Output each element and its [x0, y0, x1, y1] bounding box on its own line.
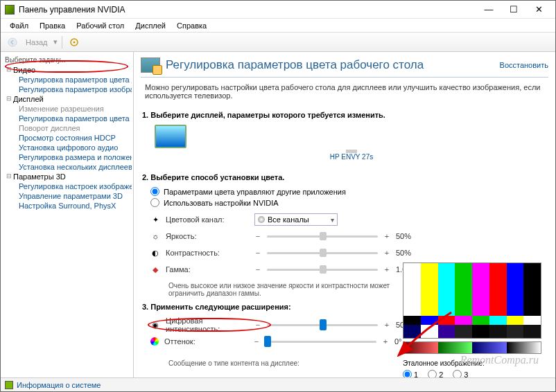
tree-item[interactable]: Управление параметрами 3D — [12, 191, 132, 201]
home-icon — [69, 37, 79, 47]
statusbar: Информация о системе — [1, 377, 555, 391]
minus-icon: − — [254, 265, 261, 274]
tree-item[interactable]: Регулировка параметров цвета для виде — [12, 75, 132, 84]
radio-other-apps[interactable]: Параметрами цвета управляют другие прило… — [150, 187, 548, 196]
plus-icon: + — [383, 265, 390, 274]
monitor-selector[interactable]: HP ENVY 27s — [155, 125, 548, 161]
reference-radios: 1 2 3 — [403, 370, 541, 377]
menubar: Файл Правка Рабочий стол Дисплей Справка — [1, 19, 555, 33]
menu-edit[interactable]: Правка — [35, 20, 70, 31]
restore-defaults-link[interactable]: Восстановить — [500, 61, 548, 69]
contrast-icon: ◐ — [150, 248, 160, 258]
titlebar: Панель управления NVIDIA — ☐ ✕ — [1, 1, 555, 19]
gamma-label: Гамма: — [166, 265, 249, 274]
ref-radio-2[interactable]: 2 — [428, 370, 443, 377]
channel-combo[interactable]: Все каналы — [254, 213, 338, 226]
tree-item[interactable]: Просмотр состояния HDCP — [12, 133, 132, 143]
gradient-strip — [403, 341, 541, 354]
hue-label: Оттенок: — [164, 337, 247, 346]
colorbars-preview — [403, 262, 541, 339]
tree-item[interactable]: Регулировка настроек изображения с пр — [12, 181, 132, 191]
plus-icon: + — [383, 321, 390, 329]
back-label: Назад — [26, 38, 48, 46]
contrast-slider[interactable] — [267, 252, 378, 254]
tree-group-video[interactable]: Видео — [12, 65, 132, 75]
minus-icon: − — [254, 249, 261, 257]
step1-title: 1. Выберите дисплей, параметры которого … — [142, 111, 548, 119]
minus-icon: − — [253, 337, 260, 346]
ref-radio-1[interactable]: 1 — [403, 370, 418, 377]
menu-desktop[interactable]: Рабочий стол — [71, 20, 129, 31]
minimize-button[interactable]: — — [476, 2, 501, 17]
nvidia-icon — [5, 5, 15, 15]
tree-item[interactable]: Регулировка размера и положения рабо — [12, 152, 132, 162]
dvc-label: Цифровая интенсивность: — [166, 317, 249, 333]
radio-nvidia-label: Использовать настройки NVIDIA — [164, 199, 279, 207]
radio-nvidia-input[interactable] — [150, 198, 159, 207]
plus-icon: + — [383, 249, 390, 257]
tree-item[interactable]: Поворот дисплея — [12, 123, 132, 133]
channel-value: Все каналы — [268, 215, 309, 224]
back-button[interactable] — [5, 35, 20, 50]
sidebar: Выберите задачу... Видео Регулировка пар… — [1, 52, 134, 377]
brightness-slider[interactable] — [267, 235, 378, 238]
tree-item[interactable]: Изменение разрешения — [12, 104, 132, 114]
hue-slider[interactable] — [266, 341, 376, 343]
menu-file[interactable]: Файл — [5, 20, 33, 31]
tree-item[interactable]: Регулировка параметров изображения д — [12, 84, 132, 94]
tree-item-selected[interactable]: Регулировка параметров цвета рабочего — [12, 114, 132, 123]
dvc-slider[interactable] — [267, 324, 378, 326]
task-header: Выберите задачу... — [2, 55, 132, 65]
channel-icon: ✦ — [150, 215, 160, 224]
main-panel: Регулировка параметров цвета рабочего ст… — [134, 52, 555, 377]
radio-other-label: Параметрами цвета управляют другие прило… — [164, 188, 346, 196]
maximize-button[interactable]: ☐ — [501, 2, 526, 17]
brightness-label: Яркость: — [166, 232, 249, 240]
gamma-icon: ◆ — [150, 265, 160, 274]
contrast-value: 50% — [396, 249, 419, 257]
step2-title: 2. Выберите способ установки цвета. — [142, 173, 548, 181]
monitor-thumbnail — [155, 125, 186, 148]
plus-icon: + — [383, 232, 390, 240]
page-icon — [141, 57, 160, 73]
menu-help[interactable]: Справка — [172, 20, 211, 31]
tree-item[interactable]: Установка нескольких дисплеев — [12, 162, 132, 172]
gamma-note: Очень высокое или низкое значение яркост… — [168, 282, 390, 297]
page-title: Регулировка параметров цвета рабочего ст… — [166, 58, 500, 72]
toolbar-separator — [62, 36, 62, 48]
svg-point-0 — [8, 38, 17, 46]
tree-group-display[interactable]: Дисплей — [12, 94, 132, 104]
system-info-link[interactable]: Информация о системе — [17, 381, 101, 389]
plus-icon: + — [382, 337, 389, 346]
toolbar: Назад ▾ — [1, 33, 555, 52]
page-description: Можно регулировать настройки цвета рабоч… — [145, 83, 548, 100]
gamma-slider[interactable] — [267, 269, 378, 271]
window-title: Панель управления NVIDIA — [19, 5, 476, 15]
back-arrow-icon — [8, 37, 17, 47]
hue-icon — [150, 337, 159, 346]
watermark: RemontCompa.ru — [460, 354, 539, 366]
dvc-icon: ◉ — [150, 320, 160, 330]
tree-item[interactable]: Настройка Surround, PhysX — [12, 201, 132, 211]
tree-group-3d[interactable]: Параметры 3D — [12, 172, 132, 181]
minus-icon: − — [254, 321, 261, 329]
tree-item[interactable]: Установка цифрового аудио — [12, 143, 132, 152]
monitor-label[interactable]: HP ENVY 27s — [155, 153, 548, 161]
ref-radio-3[interactable]: 3 — [453, 370, 468, 377]
contrast-label: Контрастность: — [166, 249, 249, 257]
close-button[interactable]: ✕ — [526, 2, 551, 17]
minus-icon: − — [254, 232, 261, 240]
brightness-icon: ☼ — [150, 231, 160, 241]
radio-nvidia[interactable]: Использовать настройки NVIDIA — [150, 198, 548, 207]
radio-other-input[interactable] — [150, 187, 159, 196]
channel-label: Цветовой канал: — [166, 215, 249, 224]
svg-point-2 — [73, 41, 75, 43]
home-button[interactable] — [67, 35, 82, 50]
brightness-value: 50% — [396, 232, 419, 240]
menu-display[interactable]: Дисплей — [130, 20, 171, 31]
status-nvidia-icon — [5, 381, 13, 389]
